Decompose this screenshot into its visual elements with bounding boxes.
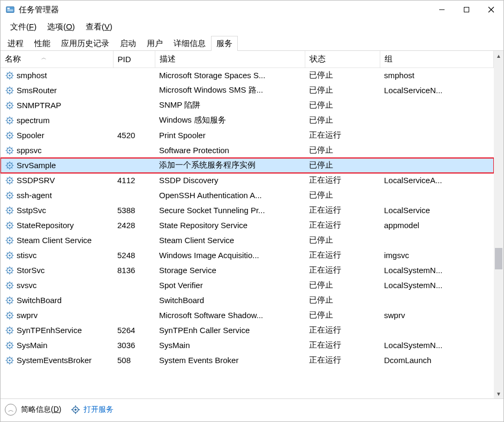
vertical-scrollbar[interactable]: ▲ ▼ xyxy=(494,51,503,398)
svg-rect-1 xyxy=(7,7,10,9)
fewer-details-button[interactable]: ︿ 简略信息(D) xyxy=(5,404,61,416)
service-desc: 添加一个系统服务程序实例 xyxy=(155,158,305,173)
service-pid xyxy=(113,278,155,293)
open-services-link[interactable]: 打开服务 xyxy=(71,405,114,415)
menu-file[interactable]: 文件(F) xyxy=(5,20,42,34)
col-status[interactable]: 状态 xyxy=(305,51,380,68)
service-status: 正在运行 xyxy=(305,353,380,368)
table-row[interactable]: spectrumWindows 感知服务已停止 xyxy=(1,113,494,128)
titlebar: 任务管理器 xyxy=(1,1,503,19)
scroll-up-icon[interactable]: ▲ xyxy=(494,51,503,61)
service-status: 正在运行 xyxy=(305,248,380,263)
tab-processes[interactable]: 进程 xyxy=(2,36,29,51)
service-desc: SynTPEnh Caller Service xyxy=(155,323,305,338)
tab-startup[interactable]: 启动 xyxy=(115,36,141,51)
service-name: SSDPSRV xyxy=(17,176,55,185)
service-pid xyxy=(113,68,155,83)
svg-line-157 xyxy=(12,282,12,283)
scroll-down-icon[interactable]: ▼ xyxy=(494,389,503,398)
service-group: LocalSystemN... xyxy=(380,263,494,278)
tab-details[interactable]: 详细信息 xyxy=(168,36,211,51)
tab-services[interactable]: 服务 xyxy=(211,36,238,51)
service-gear-icon xyxy=(5,326,14,335)
svg-line-134 xyxy=(7,252,7,253)
service-group xyxy=(380,143,494,158)
table-row[interactable]: SysMain3036SysMain正在运行LocalSystemN... xyxy=(1,338,494,353)
table-row[interactable]: Steam Client ServiceSteam Client Service… xyxy=(1,233,494,248)
service-gear-icon xyxy=(5,251,14,260)
svg-line-176 xyxy=(7,317,7,318)
table-row[interactable]: swprvMicrosoft Software Shadow...已停止swpr… xyxy=(1,308,494,323)
col-desc[interactable]: 描述 xyxy=(155,51,305,68)
close-button[interactable] xyxy=(479,1,503,19)
service-pid xyxy=(113,293,155,308)
svg-line-17 xyxy=(12,73,12,73)
table-row[interactable]: smphostMicrosoft Storage Spaces S...已停止s… xyxy=(1,68,494,83)
menu-view[interactable]: 查看(V) xyxy=(80,20,118,34)
tab-history[interactable]: 应用历史记录 xyxy=(56,36,115,51)
table-row[interactable]: SrvSample添加一个系统服务程序实例已停止 xyxy=(1,158,494,173)
service-gear-icon xyxy=(5,161,14,170)
svg-line-36 xyxy=(7,107,7,108)
table-row[interactable]: stisvc5248Windows Image Acquisitio...正在运… xyxy=(1,248,494,263)
service-desc: SNMP 陷阱 xyxy=(155,98,305,113)
table-row[interactable]: SynTPEnhService5264SynTPEnh Caller Servi… xyxy=(1,323,494,338)
service-pid xyxy=(113,158,155,173)
service-name: SwitchBoard xyxy=(17,296,62,305)
service-gear-icon xyxy=(5,341,14,350)
tab-performance[interactable]: 性能 xyxy=(29,36,56,51)
service-gear-icon xyxy=(5,116,14,125)
svg-line-37 xyxy=(12,102,12,103)
service-name: smphost xyxy=(17,71,47,80)
table-row[interactable]: ssh-agentOpenSSH Authentication A...已停止 xyxy=(1,188,494,203)
table-row[interactable]: SwitchBoardSwitchBoard已停止 xyxy=(1,293,494,308)
svg-line-75 xyxy=(12,167,12,168)
service-pid xyxy=(113,233,155,248)
table-row[interactable]: SstpSvc5388Secure Socket Tunneling Pr...… xyxy=(1,203,494,218)
table-row[interactable]: SystemEventsBroker508System Events Broke… xyxy=(1,353,494,368)
service-group: LocalSystemN... xyxy=(380,278,494,293)
col-group[interactable]: 组 xyxy=(380,51,494,68)
svg-point-199 xyxy=(9,359,11,361)
service-pid xyxy=(113,188,155,203)
svg-line-197 xyxy=(12,342,12,343)
minimize-button[interactable] xyxy=(430,1,454,19)
service-group xyxy=(380,98,494,113)
svg-point-119 xyxy=(9,239,11,242)
service-name: ssh-agent xyxy=(17,191,52,200)
svg-line-104 xyxy=(7,207,7,208)
table-row[interactable]: SNMPTRAPSNMP 陷阱已停止 xyxy=(1,98,494,113)
svg-point-139 xyxy=(9,269,11,272)
table-row[interactable]: Spooler4520Print Spooler正在运行 xyxy=(1,128,494,143)
col-name[interactable]: 名称 ︿ xyxy=(1,51,113,68)
tab-users[interactable]: 用户 xyxy=(141,36,168,51)
col-pid[interactable]: PID xyxy=(113,51,155,68)
svg-point-209 xyxy=(74,409,77,411)
maximize-button[interactable] xyxy=(454,1,479,19)
svg-line-84 xyxy=(7,177,7,178)
service-pid xyxy=(113,98,155,113)
svg-line-124 xyxy=(7,237,7,238)
svg-line-77 xyxy=(12,162,12,163)
table-row[interactable]: sppsvcSoftware Protection已停止 xyxy=(1,143,494,158)
service-pid: 5248 xyxy=(113,248,155,263)
svg-point-179 xyxy=(9,329,11,331)
table-row[interactable]: StateRepository2428State Repository Serv… xyxy=(1,218,494,233)
service-gear-icon xyxy=(5,86,14,95)
service-desc: System Events Broker xyxy=(155,353,305,368)
svg-line-15 xyxy=(12,78,12,78)
service-name: SNMPTRAP xyxy=(17,101,61,110)
service-pid: 3036 xyxy=(113,338,155,353)
service-status: 已停止 xyxy=(305,233,380,248)
table-row[interactable]: svsvcSpot Verifier已停止LocalSystemN... xyxy=(1,278,494,293)
table-row[interactable]: StorSvc8136Storage Service正在运行LocalSyste… xyxy=(1,263,494,278)
service-name: SstpSvc xyxy=(17,206,46,215)
svg-line-135 xyxy=(12,257,12,258)
menu-options[interactable]: 选项(O) xyxy=(42,20,80,34)
table-row[interactable]: SSDPSRV4112SSDP Discovery正在运行LocalServic… xyxy=(1,173,494,188)
window-title: 任务管理器 xyxy=(19,5,59,15)
service-gear-icon xyxy=(5,101,14,110)
service-pid xyxy=(113,113,155,128)
scroll-thumb[interactable] xyxy=(495,248,502,269)
table-row[interactable]: SmsRouterMicrosoft Windows SMS 路...已停止Lo… xyxy=(1,83,494,98)
